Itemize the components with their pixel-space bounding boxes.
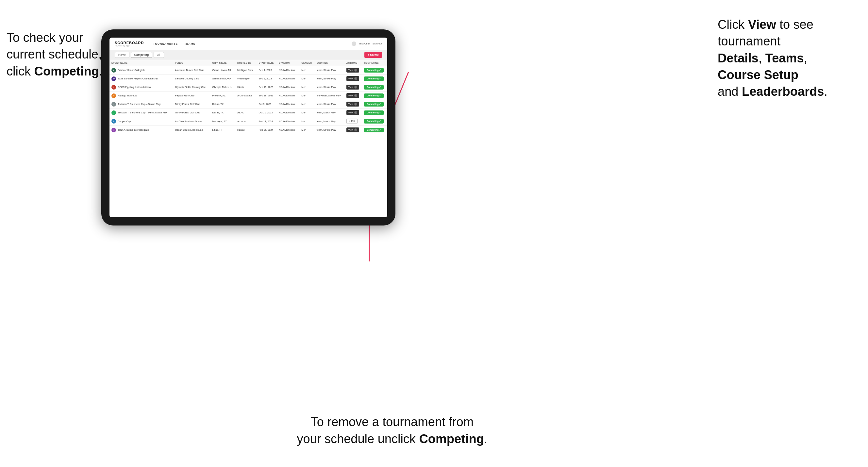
cell-actions: View i — [344, 66, 362, 74]
tab-all[interactable]: All — [154, 52, 164, 58]
cell-gender: Men — [299, 117, 314, 126]
cell-venue: Ocean Course At Hokuala — [173, 126, 211, 134]
filter-tabs: Home Competing All — [115, 52, 164, 58]
cell-gender: Men — [299, 66, 314, 74]
cell-division: NCAA Division I — [277, 108, 299, 117]
view-button[interactable]: View i — [346, 68, 359, 72]
cell-competing: Competing ✓ — [362, 74, 387, 83]
logo-sub: Powered by clipp — [115, 45, 144, 47]
cell-city: Dallas, TX — [211, 100, 235, 108]
logo-area: SCOREBOARD Powered by clipp — [115, 41, 144, 47]
cell-event-name: HJohn A. Burns Intercollegiate — [110, 126, 173, 134]
col-actions: ACTIONS — [344, 60, 362, 66]
cell-division: NCAA Division I — [277, 74, 299, 83]
nav-tournaments[interactable]: TOURNAMENTS — [153, 42, 178, 45]
nav-signout[interactable]: Sign out — [373, 42, 382, 45]
view-button[interactable]: View i — [346, 76, 359, 81]
competing-button[interactable]: Competing ✓ — [364, 102, 384, 106]
cell-competing: Competing ✓ — [362, 92, 387, 100]
cell-city: Olympia Fields, IL — [211, 83, 235, 92]
cell-start: Sep 15, 2023 — [256, 83, 277, 92]
cell-venue: Trinity Forest Golf Club — [173, 100, 211, 108]
cell-venue: Ak-Chin Southern Dunes — [173, 117, 211, 126]
cell-competing: Competing ✓ — [362, 126, 387, 134]
competing-button[interactable]: Competing ✓ — [364, 111, 384, 115]
cell-hosted: ABAC — [235, 108, 256, 117]
cell-competing: Competing ✓ — [362, 66, 387, 74]
table-row: JJackson T. Stephens Cup – Stroke PlayTr… — [110, 100, 387, 108]
cell-competing: Competing ✓ — [362, 108, 387, 117]
col-city: CITY, STATE — [211, 60, 235, 66]
cell-division: NCAA Division I — [277, 83, 299, 92]
view-button[interactable]: View i — [346, 85, 359, 90]
cell-scoring: individual, Stroke Play — [315, 92, 344, 100]
competing-button[interactable]: Competing ✓ — [364, 68, 384, 72]
tab-home[interactable]: Home — [115, 52, 129, 58]
competing-button[interactable]: Competing ✓ — [364, 76, 384, 81]
create-button[interactable]: + Create — [364, 52, 382, 58]
cell-event-name: ACopper Cup — [110, 117, 173, 126]
tournaments-table: EVENT NAME VENUE CITY, STATE HOSTED BY S… — [110, 60, 387, 134]
cell-event-name: JJackson T. Stephens Cup – Men's Match P… — [110, 108, 173, 117]
cell-venue: Olympia Fields Country Club — [173, 83, 211, 92]
col-event-name: EVENT NAME — [110, 60, 173, 66]
table-row: JJackson T. Stephens Cup – Men's Match P… — [110, 108, 387, 117]
logo-text: SCOREBOARD — [115, 41, 144, 45]
table-row: FFolds of Honor CollegiateAmerican Dunes… — [110, 66, 387, 74]
annotation-bottom: To remove a tournament fromyour schedule… — [268, 414, 516, 447]
table-row: PPapago IndividualPapago Golf ClubPhoeni… — [110, 92, 387, 100]
cell-competing: Competing ✓ — [362, 117, 387, 126]
tab-competing[interactable]: Competing — [131, 52, 152, 58]
cell-hosted: Michigan State — [235, 66, 256, 74]
tablet-screen: SCOREBOARD Powered by clipp TOURNAMENTS … — [110, 38, 387, 217]
filter-bar: Home Competing All + Create — [110, 50, 387, 60]
cell-start: Sep 4, 2023 — [256, 66, 277, 74]
col-gender: GENDER — [299, 60, 314, 66]
cell-event-name: PPapago Individual — [110, 92, 173, 100]
cell-gender: Men — [299, 126, 314, 134]
edit-button[interactable]: ✏ Edit — [346, 119, 358, 124]
cell-gender: Men — [299, 74, 314, 83]
cell-city: Grand Haven, MI — [211, 66, 235, 74]
cell-scoring: team, Stroke Play — [315, 66, 344, 74]
cell-venue: Sahalee Country Club — [173, 74, 211, 83]
cell-gender: Men — [299, 100, 314, 108]
cell-scoring: team, Match Play — [315, 108, 344, 117]
competing-button[interactable]: Competing ✓ — [364, 119, 384, 124]
cell-start: Oct 11, 2023 — [256, 108, 277, 117]
cell-start: Sep 18, 2023 — [256, 92, 277, 100]
cell-start: Sep 9, 2023 — [256, 74, 277, 83]
cell-scoring: team, Stroke Play — [315, 74, 344, 83]
cell-division: NCAA Division I — [277, 117, 299, 126]
view-button[interactable]: View i — [346, 110, 359, 115]
table-row: W2023 Sahalee Players ChampionshipSahale… — [110, 74, 387, 83]
competing-button[interactable]: Competing ✓ — [364, 85, 384, 90]
cell-gender: Men — [299, 83, 314, 92]
view-button[interactable]: View i — [346, 93, 359, 98]
cell-competing: Competing ✓ — [362, 100, 387, 108]
nav-right: Test User Sign out — [352, 41, 382, 46]
cell-actions: View i — [344, 74, 362, 83]
cell-scoring: team, Stroke Play — [315, 100, 344, 108]
cell-hosted: Washington — [235, 74, 256, 83]
cell-event-name: FFolds of Honor Collegiate — [110, 66, 173, 74]
competing-button[interactable]: Competing ✓ — [364, 128, 384, 132]
cell-start: Feb 15, 2024 — [256, 126, 277, 134]
cell-actions: View i — [344, 83, 362, 92]
cell-division: NCAA Division I — [277, 100, 299, 108]
cell-hosted: Arizona — [235, 117, 256, 126]
competing-button[interactable]: Competing ✓ — [364, 93, 384, 98]
cell-city: Sammamish, WA — [211, 74, 235, 83]
cell-hosted: Arizona State — [235, 92, 256, 100]
table-row: HJohn A. Burns IntercollegiateOcean Cour… — [110, 126, 387, 134]
cell-division: NCAA Division I — [277, 66, 299, 74]
cell-venue: Papago Golf Club — [173, 92, 211, 100]
nav-user: Test User — [359, 42, 370, 45]
cell-venue: Trinity Forest Golf Club — [173, 108, 211, 117]
nav-teams[interactable]: TEAMS — [184, 42, 195, 45]
col-venue: VENUE — [173, 60, 211, 66]
view-button[interactable]: View i — [346, 127, 359, 132]
col-start: START DATE — [256, 60, 277, 66]
cell-hosted: Hawaii — [235, 126, 256, 134]
view-button[interactable]: View i — [346, 102, 359, 106]
